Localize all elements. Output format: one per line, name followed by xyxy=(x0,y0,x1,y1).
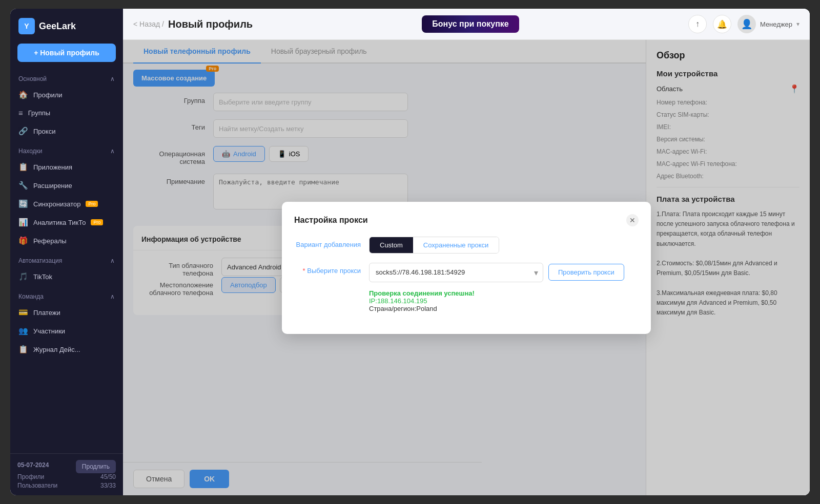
logo-text: GeeLark xyxy=(39,21,76,32)
extension-icon: 🔧 xyxy=(18,181,28,190)
apps-icon: 📋 xyxy=(18,162,28,172)
main-content: < Назад / Новый профиль Бонус при покупк… xyxy=(123,9,810,495)
proxy-success-text: Проверка соединения успешна! xyxy=(369,289,624,297)
logo: Y GeeLark xyxy=(10,9,123,44)
sidebar-section-findings-header: Находки ∧ xyxy=(10,144,123,158)
username: Менеджер xyxy=(760,20,792,28)
tiktok-icon: 🎵 xyxy=(18,272,28,281)
modal-title: Настройка прокси xyxy=(294,216,368,225)
proxy-country-text: Страна/регион:Poland xyxy=(369,305,624,312)
profiles-stat: Профили 45/50 xyxy=(17,473,116,480)
modal-header: Настройка прокси ✕ xyxy=(294,214,639,226)
modal-overlay: Настройка прокси ✕ Вариант добавления Cu… xyxy=(123,40,810,495)
proxy-select-label: Выберите прокси xyxy=(294,263,361,275)
sidebar-section-automation: Автоматизация ∧ 🎵 TikTok xyxy=(10,252,123,288)
notifications-button[interactable]: 🔔 xyxy=(713,15,731,33)
sidebar-item-tiktok[interactable]: 🎵 TikTok xyxy=(10,267,123,286)
proxy-select-wrapper: socks5://78.46.198.181:54929 ▾ xyxy=(369,263,543,282)
payments-icon: 💳 xyxy=(18,308,28,317)
analytics-icon: 📊 xyxy=(18,218,28,227)
proxy-select[interactable]: socks5://78.46.198.181:54929 xyxy=(369,263,543,282)
sidebar-section-findings: Находки ∧ 📋 Приложения 🔧 Расширение 🔄 Си… xyxy=(10,142,123,252)
header: < Назад / Новый профиль Бонус при покупк… xyxy=(123,9,810,40)
sidebar-item-payments[interactable]: 💳 Платежи xyxy=(10,303,123,322)
breadcrumb: < Назад / xyxy=(133,20,164,28)
variant-option-buttons: Custom Сохраненные прокси xyxy=(369,237,499,254)
sidebar-item-groups[interactable]: ≡ Группы xyxy=(10,104,123,122)
home-icon: 🏠 xyxy=(18,90,28,99)
extend-button[interactable]: Продлить xyxy=(76,460,116,473)
referrals-icon: 🎁 xyxy=(18,236,28,245)
proxy-icon: 🔗 xyxy=(18,127,28,136)
new-profile-button[interactable]: + Новый профиль xyxy=(17,44,116,62)
sidebar-section-automation-header: Автоматизация ∧ xyxy=(10,254,123,267)
sidebar-item-journal[interactable]: 📋 Журнал Дейс... xyxy=(10,340,123,359)
header-banner: Бонус при покупке xyxy=(422,15,519,33)
sidebar-item-extension[interactable]: 🔧 Расширение xyxy=(10,176,123,195)
sidebar-item-members[interactable]: 👥 Участники xyxy=(10,322,123,340)
option-saved-button[interactable]: Сохраненные прокси xyxy=(413,237,499,253)
sync-icon: 🔄 xyxy=(18,199,28,208)
page-title: Новый профиль xyxy=(168,18,253,30)
sidebar-bottom: 05-07-2024 Продлить Профили 45/50 Пользо… xyxy=(10,453,123,495)
avatar: 👤 xyxy=(737,15,756,33)
modal-close-button[interactable]: ✕ xyxy=(626,214,639,226)
user-menu[interactable]: 👤 Менеджер ▾ xyxy=(737,15,799,33)
groups-icon: ≡ xyxy=(18,109,23,117)
proxy-ip-text: IP:188.146.104.195 xyxy=(369,297,624,305)
proxy-select-area: socks5://78.46.198.181:54929 ▾ Проверить… xyxy=(369,263,624,312)
proxy-settings-modal: Настройка прокси ✕ Вариант добавления Cu… xyxy=(282,202,651,334)
analytics-pro-badge: Pro xyxy=(91,219,103,225)
sidebar-section-main: Основной ∧ 🏠 Профили ≡ Группы 🔗 Прокси xyxy=(10,70,123,142)
sidebar-item-apps[interactable]: 📋 Приложения xyxy=(10,158,123,176)
header-actions: ↑ 🔔 👤 Менеджер ▾ xyxy=(688,15,799,33)
sidebar-item-sync[interactable]: 🔄 Синхронизатор Pro xyxy=(10,195,123,213)
sidebar-item-profiles[interactable]: 🏠 Профили xyxy=(10,86,123,104)
sidebar-item-referrals[interactable]: 🎁 Рефералы xyxy=(10,232,123,250)
option-custom-button[interactable]: Custom xyxy=(370,237,413,253)
banner-text: Бонус при покупке xyxy=(432,19,508,29)
users-stat: Пользователи 33/33 xyxy=(17,482,116,489)
proxy-select-row: Выберите прокси socks5://78.46.198.181:5… xyxy=(294,263,639,312)
chevron-down-icon: ▾ xyxy=(796,20,799,28)
sidebar-section-main-header: Основной ∧ xyxy=(10,72,123,86)
sidebar-section-team: Команда ∧ 💳 Платежи 👥 Участники 📋 Журнал… xyxy=(10,288,123,361)
variant-row: Вариант добавления Custom Сохраненные пр… xyxy=(294,237,639,254)
sidebar-item-analytics[interactable]: 📊 Аналитика ТикТо Pro xyxy=(10,213,123,232)
sync-pro-badge: Pro xyxy=(86,201,98,207)
variant-label: Вариант добавления xyxy=(294,237,361,248)
sidebar-section-team-header: Команда ∧ xyxy=(10,290,123,303)
proxy-input-row: socks5://78.46.198.181:54929 ▾ Проверить… xyxy=(369,263,624,282)
upload-button[interactable]: ↑ xyxy=(688,15,707,33)
proxy-check-result: Проверка соединения успешна! IP:188.146.… xyxy=(369,289,624,312)
check-proxy-button[interactable]: Проверить прокси xyxy=(548,264,624,281)
header-left: < Назад / Новый профиль xyxy=(133,18,253,30)
sidebar: Y GeeLark + Новый профиль Основной ∧ 🏠 П… xyxy=(10,9,123,495)
journal-icon: 📋 xyxy=(18,345,28,354)
logo-icon: Y xyxy=(18,18,35,34)
body-area: Новый телефонный профиль Новый браузерны… xyxy=(123,40,810,495)
sidebar-date: 05-07-2024 xyxy=(17,461,49,469)
sidebar-item-proxy[interactable]: 🔗 Прокси xyxy=(10,122,123,140)
members-icon: 👥 xyxy=(18,326,28,335)
sidebar-stats: Профили 45/50 Пользователи 33/33 xyxy=(17,473,116,489)
